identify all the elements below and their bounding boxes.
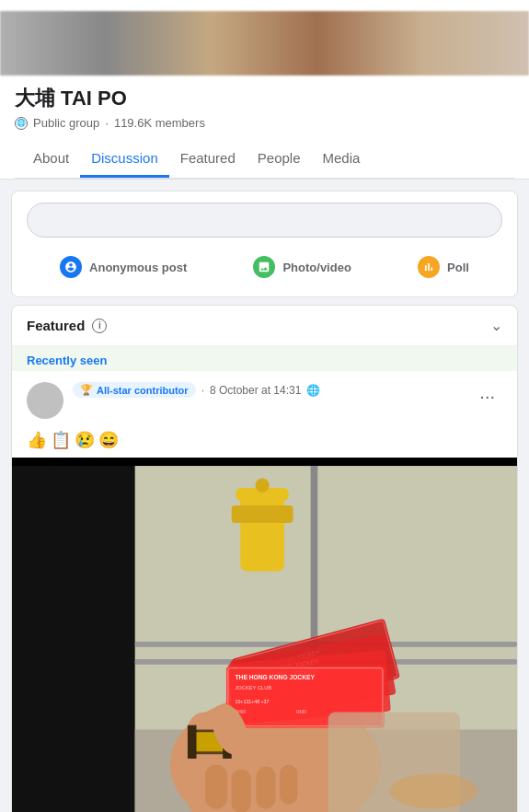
poll-button[interactable]: Poll: [407, 249, 480, 285]
svg-rect-14: [188, 725, 197, 759]
emoji-1: 👍: [27, 430, 47, 450]
featured-title: Featured: [27, 318, 85, 333]
photo-video-label: Photo/video: [282, 261, 351, 274]
emoji-2: 📋: [51, 430, 71, 450]
cover-image: [0, 11, 529, 75]
svg-text:THE HONG KONG JOCKEY: THE HONG KONG JOCKEY: [236, 674, 316, 680]
page-header: 大埔 TAI PO 🌐 Public group · 119.6K member…: [0, 0, 529, 180]
post-input[interactable]: [27, 203, 502, 238]
recently-seen-label: Recently seen: [12, 346, 517, 371]
info-badge: i: [92, 319, 107, 333]
globe-icon: 🌐: [15, 117, 28, 130]
tab-featured[interactable]: Featured: [169, 139, 247, 178]
svg-rect-38: [232, 769, 251, 812]
featured-header[interactable]: Featured i ⌄: [12, 306, 517, 346]
svg-point-6: [255, 478, 269, 492]
post-emoji-row: 👍 📋 😢 😄: [27, 426, 502, 458]
photo-video-button[interactable]: Photo/video: [242, 249, 362, 285]
member-count: 119.6K members: [114, 116, 205, 130]
tab-about[interactable]: About: [22, 139, 80, 178]
visibility-icon: 🌐: [306, 384, 320, 397]
post-box: Anonymous post Photo/video Poll: [11, 191, 518, 297]
emoji-4: 😄: [98, 430, 119, 450]
anonymous-icon: [60, 256, 82, 278]
nav-tabs: About Discussion Featured People Media: [15, 139, 514, 179]
svg-rect-0: [12, 466, 135, 812]
contributor-badge: 🏆 All-star contributor: [73, 382, 196, 398]
separator: ·: [105, 116, 109, 130]
anonymous-post-button[interactable]: Anonymous post: [49, 249, 198, 285]
post-header: 🏆 All-star contributor · 8 October at 14…: [27, 382, 502, 419]
group-type: Public group: [33, 116, 99, 130]
tab-people[interactable]: People: [247, 139, 312, 178]
post-user-info: 🏆 All-star contributor · 8 October at 14…: [27, 382, 320, 419]
svg-text:JOCKEY CLUB: JOCKEY CLUB: [236, 685, 272, 690]
post-meta-line: 🏆 All-star contributor · 8 October at 14…: [73, 382, 320, 398]
avatar[interactable]: [27, 382, 63, 419]
post-timestamp: 8 October at 14:31: [210, 384, 301, 397]
svg-rect-4: [232, 505, 293, 523]
tab-discussion[interactable]: Discussion: [80, 139, 169, 178]
post-user-details: 🏆 All-star contributor · 8 October at 14…: [73, 382, 320, 398]
group-meta: 🌐 Public group · 119.6K members: [15, 116, 514, 130]
emoji-3: 😢: [75, 430, 95, 450]
group-title: 大埔 TAI PO: [15, 85, 514, 112]
featured-header-left: Featured i: [27, 318, 107, 333]
svg-rect-39: [256, 767, 275, 809]
ticket-image-svg: THE HONG KONG JOCKEY CLUB 10+31+48 +37 T…: [12, 458, 517, 812]
dot-separator: ·: [201, 384, 204, 397]
poll-label: Poll: [447, 261, 469, 274]
svg-rect-3: [240, 493, 284, 572]
post-actions: Anonymous post Photo/video Poll: [27, 249, 502, 285]
post-card: 🏆 All-star contributor · 8 October at 14…: [12, 371, 517, 458]
poll-icon: [418, 256, 440, 278]
more-options-button[interactable]: ···: [472, 382, 502, 411]
svg-text:10+131+48  +37: 10+131+48 +37: [236, 699, 270, 704]
chevron-down-icon: ⌄: [490, 317, 502, 334]
photo-icon: [253, 256, 275, 278]
svg-rect-40: [280, 765, 297, 805]
featured-section: Featured i ⌄ Recently seen 🏆 All-star co…: [11, 305, 518, 812]
post-image: THE HONG KONG JOCKEY CLUB 10+31+48 +37 T…: [12, 458, 517, 812]
anonymous-post-label: Anonymous post: [89, 261, 187, 274]
svg-rect-37: [205, 765, 227, 809]
trophy-icon: 🏆: [80, 384, 93, 396]
svg-text:0400: 0400: [296, 710, 306, 714]
svg-point-35: [390, 773, 477, 808]
contributor-label: All-star contributor: [97, 385, 189, 396]
tab-media[interactable]: Media: [312, 139, 372, 178]
